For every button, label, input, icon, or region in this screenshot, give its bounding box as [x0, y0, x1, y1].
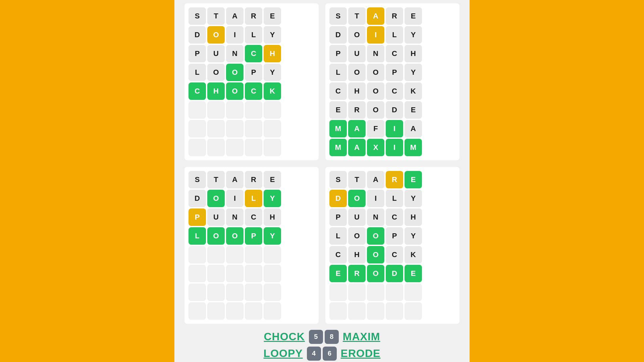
word-label-right[interactable]: MAXIM — [343, 330, 380, 343]
grid-cell — [189, 246, 206, 263]
grid-cell: U — [348, 45, 366, 62]
grid-row: STARE — [329, 7, 455, 25]
grid-cell: M — [405, 139, 422, 156]
grid-cell — [264, 284, 281, 301]
grid-row — [329, 302, 455, 320]
grid-row — [189, 246, 315, 263]
grid-cell — [348, 284, 366, 301]
grid-cell: C — [245, 45, 262, 62]
grid-cell: K — [405, 82, 422, 100]
score-badges: 46 — [307, 347, 337, 361]
bottom-area: CHOCK58MAXIMLOOPY46ERODE — [264, 330, 381, 361]
grid-cell — [367, 302, 384, 320]
grid-cell: L — [189, 227, 206, 245]
grid-row: ERODE — [329, 265, 455, 282]
grid-cell: C — [189, 82, 206, 100]
grid-cell: O — [348, 26, 366, 44]
score-badge: 5 — [309, 330, 323, 344]
grid-cell: Y — [405, 26, 422, 44]
grid-cell — [226, 302, 244, 320]
grid-cell — [207, 101, 225, 119]
grid-cell: H — [348, 82, 366, 100]
grid-cell — [207, 284, 225, 301]
grid-cell: S — [329, 7, 347, 25]
grid-cell — [245, 284, 262, 301]
grid-cell: R — [245, 7, 262, 25]
grid-cell — [207, 302, 225, 320]
grid-cell: H — [405, 45, 422, 62]
grid-cell: R — [245, 171, 262, 188]
grid-cell: E — [405, 101, 422, 119]
grid-cell — [245, 101, 262, 119]
score-badges: 58 — [309, 330, 339, 344]
grid-cell — [207, 246, 225, 263]
grid-cell: O — [226, 227, 244, 245]
grid-cell: C — [245, 208, 262, 226]
grid-row — [189, 265, 315, 282]
grid-cell: N — [226, 208, 244, 226]
score-row: CHOCK58MAXIM — [264, 330, 380, 344]
grid-row: MAFIA — [329, 120, 455, 137]
grid-cell: H — [207, 82, 225, 100]
grid-cell: E — [405, 265, 422, 282]
grid-row: PUNCH — [329, 208, 455, 226]
grid-row: STARE — [189, 171, 315, 188]
grid-cell — [226, 101, 244, 119]
grid-cell — [226, 120, 244, 137]
grid-cell: S — [189, 171, 206, 188]
grid-cell: A — [405, 120, 422, 137]
grid-cell: I — [226, 26, 244, 44]
grid-cell: U — [207, 208, 225, 226]
grid-cell: A — [367, 171, 384, 188]
grid-cell: A — [226, 171, 244, 188]
grid-cell — [264, 101, 281, 119]
grid-panel-bottom-left: STAREDOILYPUNCHLOOPY — [184, 167, 319, 324]
grid-row — [189, 139, 315, 156]
grid-cell — [226, 284, 244, 301]
grid-cell: C — [386, 45, 403, 62]
grid-cell: O — [348, 64, 366, 81]
grid-cell: P — [245, 227, 262, 245]
grid-row: LOOPY — [189, 64, 315, 81]
grid-cell: X — [367, 139, 384, 156]
grid-cell: Y — [405, 64, 422, 81]
grid-row: ERODE — [329, 101, 455, 119]
grid-cell — [245, 120, 262, 137]
word-label-right[interactable]: ERODE — [341, 347, 381, 360]
grid-panel-top-right: STAREDOILYPUNCHLOOPYCHOCKERODEMAFIAMAXIM — [325, 3, 460, 160]
grid-cell: O — [367, 246, 384, 263]
grid-cell — [405, 302, 422, 320]
grid-cell: C — [329, 246, 347, 263]
grid-cell: O — [367, 265, 384, 282]
grid-cell: P — [189, 45, 206, 62]
grid-cell: U — [348, 208, 366, 226]
grid-cell: T — [348, 7, 366, 25]
grid-cell — [207, 120, 225, 137]
grid-row: PUNCH — [189, 45, 315, 62]
grid-cell: O — [207, 26, 225, 44]
grid-cell: D — [189, 190, 206, 207]
word-label-left[interactable]: LOOPY — [264, 347, 303, 360]
grid-row: LOOPY — [189, 227, 315, 245]
grid-cell — [245, 302, 262, 320]
word-label-left[interactable]: CHOCK — [264, 330, 305, 343]
grid-cell: S — [329, 171, 347, 188]
grid-cell: P — [386, 227, 403, 245]
grid-row: DOILY — [189, 190, 315, 207]
grid-cell: H — [264, 208, 281, 226]
grid-cell: I — [386, 139, 403, 156]
grid-cell — [264, 246, 281, 263]
grid-cell — [189, 302, 206, 320]
grid-cell: A — [348, 120, 366, 137]
grid-cell — [329, 284, 347, 301]
grid-cell: P — [329, 45, 347, 62]
grid-panel-bottom-right: STAREDOILYPUNCHLOOPYCHOCKERODE — [325, 167, 460, 324]
grid-cell — [329, 302, 347, 320]
grid-cell: H — [348, 246, 366, 263]
grid-row: MAXIM — [329, 139, 455, 156]
grid-cell — [245, 246, 262, 263]
grid-cell — [189, 284, 206, 301]
grid-cell: Y — [264, 227, 281, 245]
grid-cell: E — [264, 7, 281, 25]
grid-cell: C — [386, 82, 403, 100]
